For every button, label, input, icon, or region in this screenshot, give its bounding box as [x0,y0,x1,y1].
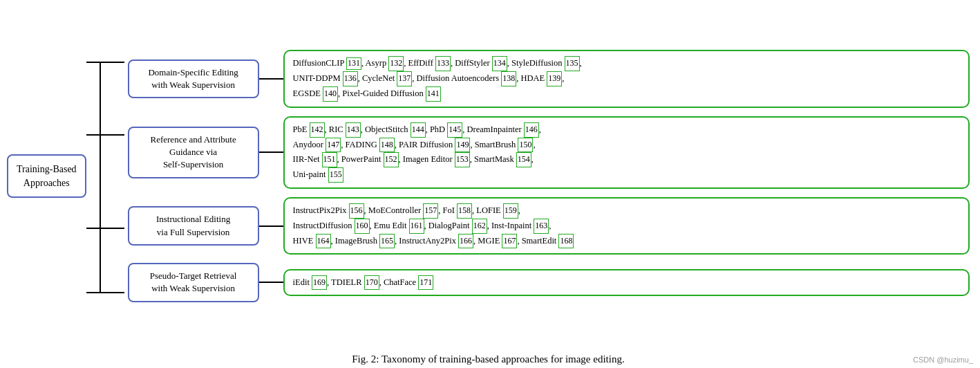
refs-box-2: PbE 142, RIC 143, ObjectStitch 144, PhD … [283,116,970,189]
branch4-connector [259,275,283,289]
branch2-connector [259,145,283,159]
category-domain-specific: Domain-Specific Editingwith Weak Supervi… [128,59,259,98]
branch-domain-specific: Domain-Specific Editingwith Weak Supervi… [128,50,970,107]
figure-caption: Fig. 2: Taxonomy of training-based appro… [7,347,970,368]
watermark: CSDN @huzimu_ [913,356,973,364]
refs-box-1: DiffusionCLIP 131, Asyrp 132, EffDiff 13… [283,50,970,107]
branch1-connector [259,72,283,86]
refs-box-4: iEdit 169, TDIELR 170, ChatFace 171 [283,269,970,297]
branch-instructional: Instructional Editingvia Full Supervisio… [128,197,970,255]
branch-reference-attribute: Reference and AttributeGuidance viaSelf-… [128,116,970,189]
ref-131: 131 [346,57,361,70]
caption-text: Fig. 2: Taxonomy of training-based appro… [352,353,624,365]
category-instructional: Instructional Editingvia Full Supervisio… [128,206,259,245]
category-reference-attribute: Reference and AttributeGuidance viaSelf-… [128,127,259,178]
branch3-connector [259,219,283,233]
tree-connector-svg [86,24,128,329]
refs-box-3: InstructPix2Pix 156, MoEController 157, … [283,197,970,255]
category-pseudo-target: Pseudo-Target Retrievalwith Weak Supervi… [128,263,259,302]
branch-pseudo-target: Pseudo-Target Retrievalwith Weak Supervi… [128,263,970,302]
root-node: Training-Based Approaches [7,154,86,198]
root-label: Training-Based Approaches [17,164,77,188]
